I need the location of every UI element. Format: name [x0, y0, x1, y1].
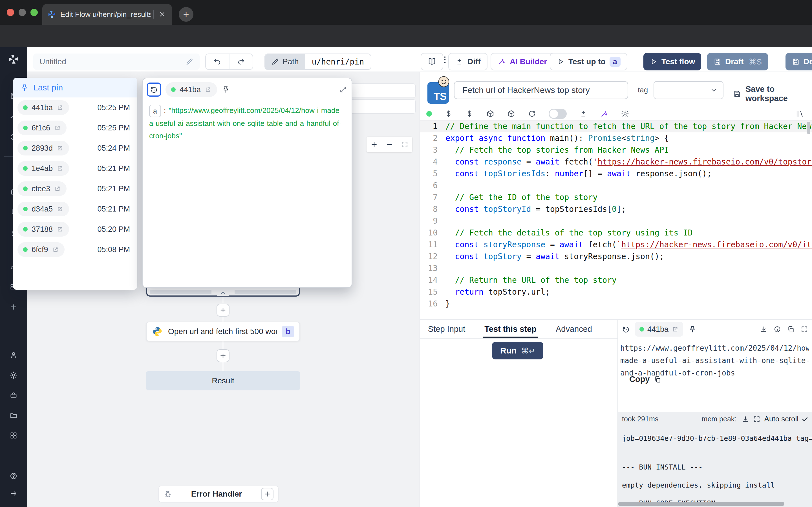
code-line[interactable]: 6: [420, 180, 812, 191]
check-icon[interactable]: [801, 415, 809, 423]
tab-advanced[interactable]: Advanced: [554, 320, 594, 338]
pin-row[interactable]: 1e4ab 05:21 PM: [13, 158, 137, 179]
save-to-workspace-button[interactable]: Save to workspace: [733, 84, 812, 103]
expand-logs-icon[interactable]: [753, 415, 760, 423]
external-link-icon[interactable]: [54, 124, 61, 131]
code-editor[interactable]: 1 // Define the main function to fetch t…: [420, 121, 812, 320]
maximize-window-button[interactable]: [31, 9, 38, 16]
pin-row[interactable]: 2893d 05:24 PM: [13, 138, 137, 158]
test-up-to-button[interactable]: Test up toa: [550, 53, 627, 70]
external-link-icon[interactable]: [52, 246, 59, 253]
pin-id-pill[interactable]: 441ba: [17, 100, 69, 115]
pin-row[interactable]: 441ba 05:25 PM: [13, 98, 137, 118]
ai-wand-icon[interactable]: [600, 110, 608, 118]
new-tab-button[interactable]: +: [179, 7, 193, 22]
code-line[interactable]: 7 // Get the ID of the top story: [420, 191, 812, 203]
sidebar-item-workspace[interactable]: [7, 389, 20, 402]
external-link-icon[interactable]: [57, 226, 63, 233]
popup-result-pill[interactable]: 441ba: [165, 82, 217, 97]
pin-id-pill[interactable]: 6fcf9: [17, 242, 64, 257]
sidebar-item-account[interactable]: [7, 348, 20, 362]
log-horizontal-scrollbar[interactable]: [618, 502, 812, 506]
pin-toggle-icon[interactable]: [221, 86, 230, 94]
sidebar-item-apps[interactable]: [7, 429, 20, 442]
step-title-input[interactable]: Fetch url of HackerNews top story: [454, 81, 628, 99]
code-line[interactable]: 16 }: [420, 298, 812, 310]
flow-name-input[interactable]: Untitled: [33, 54, 200, 70]
undo-button[interactable]: [206, 54, 229, 69]
sidebar-help-button[interactable]: [7, 469, 20, 483]
history-icon[interactable]: [622, 325, 630, 333]
run-button[interactable]: Run ⌘↵: [492, 342, 543, 359]
download-logs-icon[interactable]: [742, 415, 749, 423]
windmill-logo[interactable]: [7, 52, 20, 66]
editor-toggle[interactable]: [549, 109, 567, 119]
collapse-chevron-icon[interactable]: [217, 289, 229, 296]
insert-step-button[interactable]: [216, 349, 230, 362]
sidebar-item-folders[interactable]: [7, 409, 20, 422]
pin-id-pill[interactable]: 2893d: [17, 141, 69, 156]
variables-icon[interactable]: [444, 110, 453, 118]
code-line[interactable]: 10 // Fetch the details of the top story…: [420, 227, 812, 239]
code-line[interactable]: 14 // Return the URL of the top story: [420, 274, 812, 286]
download-icon[interactable]: [760, 326, 767, 333]
fit-view-icon[interactable]: [401, 141, 408, 148]
external-link-icon[interactable]: [54, 185, 61, 192]
external-link-icon[interactable]: [57, 206, 63, 212]
tag-select[interactable]: [654, 81, 723, 99]
external-link-icon[interactable]: [57, 104, 63, 111]
browser-tab[interactable]: Edit Flow u/henri/pin_results: [42, 4, 172, 25]
expand-popup-icon[interactable]: [339, 86, 347, 94]
code-line[interactable]: 13: [420, 263, 812, 274]
code-line[interactable]: 8 const topStoryId = topStoriesIds[0];: [420, 203, 812, 215]
zoom-out-icon[interactable]: [386, 141, 393, 148]
tab-step-input[interactable]: Step Input: [426, 320, 467, 338]
pin-row[interactable]: 37188 05:20 PM: [13, 219, 137, 239]
sidebar-collapse-button[interactable]: [7, 487, 20, 500]
code-line[interactable]: 5 const topStoriesIds: number[] = await …: [420, 168, 812, 180]
pin-row[interactable]: 6f1c6 05:25 PM: [13, 118, 137, 138]
pin-row[interactable]: d34a5 05:21 PM: [13, 199, 137, 219]
package-icon[interactable]: [507, 110, 515, 118]
sidebar-item-settings[interactable]: [7, 369, 20, 382]
code-line[interactable]: 11 const storyResponse = await fetch(`ht…: [420, 239, 812, 251]
library-icon[interactable]: [796, 110, 804, 118]
pin-id-pill[interactable]: 1e4ab: [17, 161, 69, 176]
zoom-in-icon[interactable]: [370, 141, 378, 148]
resources-icon[interactable]: [465, 110, 474, 118]
tab-test-this-step[interactable]: Test this step: [483, 320, 538, 338]
code-scrollbar[interactable]: [807, 122, 810, 134]
add-error-handler-button[interactable]: [261, 488, 273, 500]
pin-id-pill[interactable]: 6f1c6: [17, 121, 66, 135]
history-button[interactable]: [147, 82, 161, 97]
deploy-button[interactable]: Deploy: [785, 53, 812, 70]
flow-result-node[interactable]: Result: [146, 371, 300, 390]
pin-row[interactable]: 6fcf9 05:08 PM: [13, 239, 137, 260]
minimize-window-button[interactable]: [18, 9, 26, 16]
code-line[interactable]: 2 export async function main(): Promise<…: [420, 132, 812, 144]
copy-icon[interactable]: [787, 326, 795, 333]
corners-icon[interactable]: [801, 326, 808, 333]
sidebar-add-button[interactable]: +: [7, 300, 20, 314]
pin-result-icon[interactable]: [688, 325, 697, 334]
result-id-pill[interactable]: 441ba: [635, 322, 683, 337]
test-flow-button[interactable]: Test flow: [644, 53, 701, 70]
flow-step-b-node[interactable]: Open url and fetch first 500 words of ..…: [146, 322, 300, 341]
draft-button[interactable]: Draft⌘S: [707, 53, 768, 70]
error-handler-node[interactable]: Error Handler: [158, 486, 278, 503]
close-window-button[interactable]: [7, 9, 14, 16]
code-line[interactable]: 1 // Define the main function to fetch t…: [420, 121, 812, 132]
pin-id-pill[interactable]: cfee3: [17, 181, 66, 196]
reset-icon[interactable]: [528, 110, 536, 118]
scrollbar-thumb[interactable]: [618, 502, 784, 506]
code-line[interactable]: 9: [420, 215, 812, 227]
editor-settings-icon[interactable]: [621, 110, 629, 118]
external-link-icon[interactable]: [205, 86, 211, 93]
diff-button[interactable]: Diff: [448, 53, 488, 70]
flow-path-control[interactable]: Path u/henri/pin: [264, 54, 371, 70]
docs-book-button[interactable]: [421, 53, 443, 70]
external-link-icon[interactable]: [57, 145, 63, 152]
pin-id-pill[interactable]: 37188: [17, 222, 69, 237]
diff-icon[interactable]: [579, 110, 588, 118]
code-line[interactable]: 15 return topStory.url;: [420, 286, 812, 298]
